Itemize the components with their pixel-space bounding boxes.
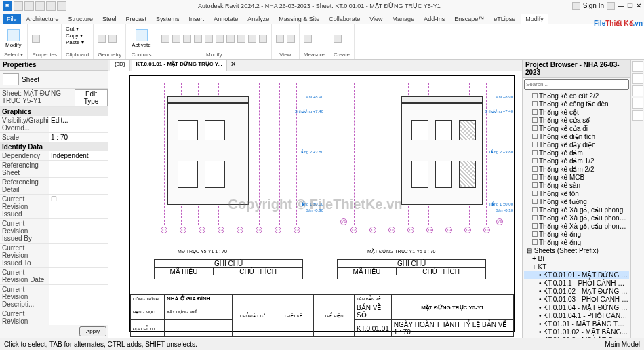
- tree-node[interactable]: Thống kê Xà gồ, cầu phong: [524, 206, 629, 214]
- tree-node[interactable]: Thống kê dầm 2/2: [524, 166, 629, 174]
- tree-node[interactable]: Thống kê dầm 1/2: [524, 157, 629, 166]
- prop-row[interactable]: Visibility/Graphics Overrid...Edit...: [0, 116, 108, 133]
- align-icon[interactable]: [248, 35, 256, 43]
- minimize-button[interactable]: —: [618, 2, 624, 9]
- ribbon-tab-insert[interactable]: Insert: [185, 14, 209, 24]
- status-model[interactable]: Main Model: [605, 341, 640, 348]
- group-select[interactable]: Select ▾: [4, 52, 23, 58]
- help-icon[interactable]: [607, 2, 615, 10]
- ribbon-tab-architecture[interactable]: Architecture: [22, 14, 63, 24]
- sheet-node[interactable]: • KT.0.01.04 - MẶT ĐỨNG TRỤC X8-X1: [524, 304, 629, 312]
- nav-cube-icon[interactable]: [632, 73, 643, 84]
- prop-row[interactable]: Current Revision Date: [0, 268, 108, 285]
- nav-home-icon[interactable]: [632, 61, 643, 72]
- prop-row[interactable]: Current Revision Issued To: [0, 244, 108, 268]
- activate-button[interactable]: Activate: [130, 28, 152, 49]
- ribbon-tab-collaborate[interactable]: Collaborate: [325, 14, 364, 24]
- sheet-node[interactable]: • KT.0.01.03 - PHỐI CẢNH MẶT ĐỨNG X1-X8: [524, 296, 629, 304]
- tree-node[interactable]: Thống kê co cút 2/2: [524, 92, 629, 100]
- prop-row[interactable]: DependencyIndependent: [0, 151, 108, 161]
- tree-node[interactable]: Thống kê ống: [524, 239, 629, 247]
- nav-pan-icon[interactable]: [632, 98, 643, 109]
- nav-zoom-icon[interactable]: [632, 110, 643, 121]
- pbrowser-search[interactable]: [524, 79, 629, 90]
- geom-icon-1[interactable]: [98, 35, 106, 43]
- tree-node[interactable]: Thống kê tường: [524, 198, 629, 206]
- modify-tool[interactable]: Modify: [4, 28, 23, 49]
- tree-node[interactable]: Thống kê dầm: [524, 149, 629, 157]
- ribbon-tab-analyze[interactable]: Analyze: [243, 14, 273, 24]
- offset-icon[interactable]: [216, 35, 224, 43]
- print-icon[interactable]: [57, 1, 66, 11]
- tab-3d[interactable]: {3D}: [110, 60, 130, 71]
- tree-node[interactable]: Thống kê đầy điện: [524, 141, 629, 149]
- ribbon-tab-modify[interactable]: Modify: [521, 14, 548, 24]
- create-icon[interactable]: [334, 35, 342, 43]
- redo-icon[interactable]: [46, 1, 56, 11]
- mirror-icon[interactable]: [183, 35, 191, 43]
- tab-sheet[interactable]: KT.0.01.01 - MẶT ĐỨNG TRỤC Y...: [132, 60, 227, 71]
- split-icon[interactable]: [205, 35, 213, 43]
- prop-row[interactable]: Referencing Detail: [0, 178, 108, 195]
- tree-node[interactable]: Thống kê Xà gồ, cầu phong 1/2: [524, 214, 629, 222]
- ribbon-tab-steel[interactable]: Steel: [98, 14, 121, 24]
- prop-row[interactable]: Current Revision Issued☐: [0, 195, 108, 219]
- properties-icon[interactable]: [32, 35, 40, 43]
- prop-row[interactable]: Current Revision Descripti...: [0, 285, 108, 309]
- ribbon-tab-manage[interactable]: Manage: [388, 14, 419, 24]
- array-icon[interactable]: [226, 35, 235, 43]
- sheet-node[interactable]: • KT.0.01.01 - MẶT ĐỨNG TRỤC Y5-Y1: [524, 271, 629, 279]
- ribbon-tab-precast[interactable]: Precast: [122, 14, 151, 24]
- tree-node[interactable]: Thống kê ống: [524, 231, 629, 239]
- prop-row[interactable]: Current Revision Issued By: [0, 219, 108, 244]
- ribbon-tab-enscape[interactable]: Enscape™: [450, 14, 488, 24]
- tree-node[interactable]: Thống kê sàn: [524, 182, 629, 190]
- tree-node[interactable]: Thống kê cửa sổ: [524, 117, 629, 125]
- edit-type-button[interactable]: Edit Type: [75, 89, 108, 106]
- save-icon[interactable]: [24, 1, 34, 11]
- signin-link[interactable]: Sign In: [583, 2, 604, 9]
- cut-button[interactable]: Cut ▾: [66, 26, 79, 32]
- pin-icon[interactable]: [259, 35, 267, 43]
- view-icon-1[interactable]: [276, 35, 284, 43]
- tree-node[interactable]: Thống kê cửa đi: [524, 125, 629, 133]
- tree-node[interactable]: Thống kê tôn: [524, 190, 629, 198]
- close-button[interactable]: ✕: [636, 2, 641, 9]
- type-selector[interactable]: Sheet: [22, 76, 39, 83]
- undo-icon[interactable]: [35, 1, 45, 11]
- scale-icon[interactable]: [237, 35, 245, 43]
- prop-row[interactable]: Current Revision: [0, 309, 108, 325]
- apply-button[interactable]: Apply: [79, 326, 106, 336]
- open-icon[interactable]: [14, 1, 23, 11]
- ribbon-tab-addins[interactable]: Add-Ins: [420, 14, 449, 24]
- measure-icon[interactable]: [304, 35, 312, 43]
- move-icon[interactable]: [161, 35, 169, 43]
- sheet-node[interactable]: • KT.01.01.3 - MB LÁT GẠCH T1: [524, 336, 629, 338]
- sheet-node[interactable]: • KT.01.01.02 - MẶT BẰNG BỐ TRÍ CỬA T1: [524, 328, 629, 336]
- tree-node[interactable]: Thống kê Xà gồ, cầu phong 2/2: [524, 222, 629, 231]
- ribbon-tab-systems[interactable]: Systems: [152, 14, 184, 24]
- maximize-button[interactable]: ☐: [627, 2, 633, 9]
- view-icon-2[interactable]: [287, 35, 295, 43]
- sheet-node[interactable]: • KT.0.01.04.1 - PHỐI CẢNH MẶT ĐỨNG X8-X…: [524, 312, 629, 320]
- sheet-node[interactable]: • KT.0.01.1 - PHỐI CẢNH MẶT ĐỨNG Y5-Y1: [524, 279, 629, 288]
- sheet-node[interactable]: • KT.01.01 - MẶT BẰNG TẦNG 1: [524, 320, 629, 328]
- paste-button[interactable]: Paste ▾: [66, 39, 84, 45]
- prop-row[interactable]: Referencing Sheet: [0, 161, 108, 178]
- ribbon-tab-structure[interactable]: Structure: [64, 14, 98, 24]
- ribbon-tab-file[interactable]: File: [3, 14, 21, 24]
- drawing-canvas[interactable]: Mái +8.90 S thượng +7.40 Tầng 2 +3.80 Tầ…: [108, 71, 522, 338]
- ribbon-tab-annotate[interactable]: Annotate: [209, 14, 242, 24]
- tree-node[interactable]: Thống kê cột: [524, 109, 629, 117]
- trim-icon[interactable]: [194, 35, 202, 43]
- nav-wheel-icon[interactable]: [632, 85, 643, 96]
- ribbon-tab-massingsite[interactable]: Massing & Site: [275, 14, 323, 24]
- ribbon-tab-view[interactable]: View: [365, 14, 386, 24]
- user-icon[interactable]: [572, 2, 580, 10]
- tab-close-icon[interactable]: ✕: [228, 60, 238, 71]
- ribbon-tab-etlipse[interactable]: eTLipse: [489, 14, 519, 24]
- tree-node[interactable]: Thống kê diện tích: [524, 133, 629, 141]
- rotate-icon[interactable]: [172, 35, 180, 43]
- geom-icon-2[interactable]: [108, 35, 117, 43]
- sheet-node[interactable]: • KT.0.01.02 - MẶT ĐỨNG TRỤC X1-X8: [524, 288, 629, 296]
